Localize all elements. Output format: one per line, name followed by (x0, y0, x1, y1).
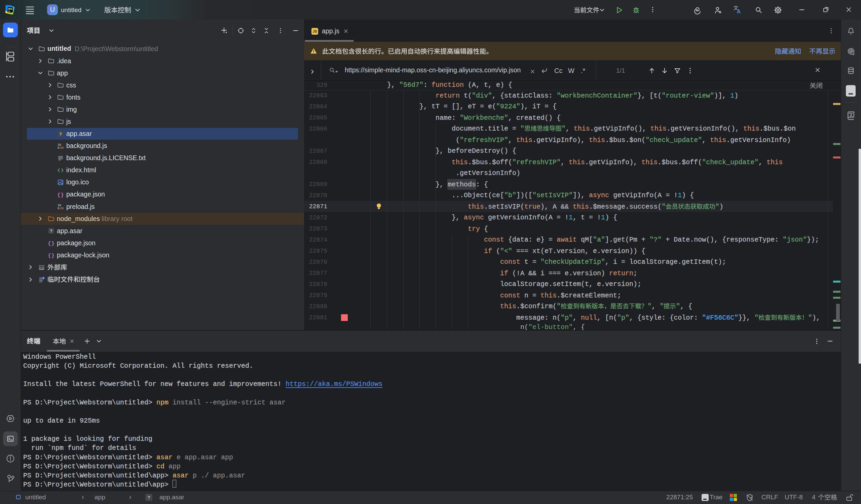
svg-text:A: A (850, 113, 852, 118)
svg-text:0: 0 (58, 207, 59, 210)
svg-text:{: { (48, 241, 51, 246)
svg-text:}: } (52, 253, 54, 258)
svg-text:}: } (61, 192, 64, 198)
svg-text:{: { (57, 192, 60, 198)
svg-text:}: } (52, 241, 54, 246)
svg-text:JS: JS (60, 206, 64, 210)
svg-text:A: A (737, 9, 741, 14)
svg-text:?: ? (50, 229, 53, 233)
svg-text:WS: WS (8, 8, 12, 11)
svg-text:?: ? (59, 132, 62, 137)
svg-text:JS: JS (60, 146, 64, 149)
svg-text:{: { (48, 253, 51, 258)
svg-text:0: 0 (58, 146, 59, 149)
